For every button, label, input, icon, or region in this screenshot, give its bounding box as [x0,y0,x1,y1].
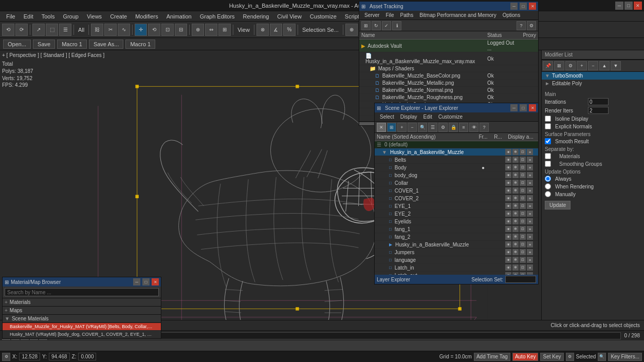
eyelids-vis-btn[interactable]: 👁 [505,218,511,224]
macro1-button[interactable]: Macro 1 [57,40,87,49]
belts-freeze-btn[interactable]: ❄ [512,157,519,163]
husky-freeze-btn[interactable]: ❄ [512,149,519,155]
latch-in-freeze-btn[interactable]: ❄ [512,264,519,271]
cover1-vis-btn[interactable]: 👁 [505,187,511,194]
language-more-btn[interactable]: ≡ [527,257,533,263]
scene-row-latch-in[interactable]: □ Latch_in 👁❄⊡≡ [375,264,538,272]
scene-menu-customize[interactable]: Customize [435,113,466,120]
macro1b-button[interactable]: Macro 1 [125,40,155,49]
latch-out-freeze-btn[interactable]: ❄ [512,272,519,275]
scene-expand-btn[interactable]: + [397,123,407,132]
asset-vault-btn[interactable]: ⊞ [361,21,371,30]
select-region-button[interactable]: ⬚ [46,24,58,36]
scene-row-belts[interactable]: □ Belts 👁 ❄ ⊡ ≡ [375,156,538,164]
eye1-freeze-btn[interactable]: ❄ [512,203,519,209]
material-section-maps[interactable]: + Maps [3,307,161,315]
scene-row-fang1[interactable]: □ fang_1 👁❄⊡≡ [375,225,538,233]
scene-options-btn[interactable]: ⚙ [438,123,448,132]
modifier-up-btn[interactable]: ▲ [599,61,610,70]
minimize-button[interactable]: ─ [615,2,623,10]
asset-close-btn[interactable]: ✕ [529,3,536,10]
menu-rendering[interactable]: Rendering [239,12,273,21]
always-radio[interactable] [545,176,551,182]
scene-row-fang2[interactable]: □ fang_2 👁❄⊡≡ [375,233,538,241]
latch-in-render-btn[interactable]: ⊡ [520,264,526,271]
latch-out-vis-btn[interactable]: 👁 [505,272,511,275]
collar-render-btn[interactable]: ⊡ [520,180,526,186]
cover1-render-btn[interactable]: ⊡ [520,187,526,194]
auto-key-btn[interactable]: Auto Key [512,353,539,361]
modifier-pin-btn[interactable]: 📌 [543,61,553,70]
modifier-down-btn[interactable]: ▼ [611,61,621,70]
explicit-checkbox[interactable] [545,123,551,129]
scene-minimize-btn[interactable]: ─ [510,104,518,111]
menu-customize[interactable]: Customize [306,12,341,21]
material-close-btn[interactable]: ✕ [152,278,159,285]
set-key-btn[interactable]: Set Key [540,353,563,361]
maximize-button[interactable]: □ [624,2,633,10]
scene-row-husky-sub[interactable]: ▶ Husky_in_a_Baskerville_Muzzle 👁❄⊡≡ [375,241,538,249]
smooth-checkbox[interactable] [545,138,551,144]
scene-row-cover2[interactable]: □ COVER_2 👁❄⊡≡ [375,195,538,202]
body-dog-freeze-btn[interactable]: ❄ [512,172,519,178]
asset-row-basecolor[interactable]: 🗋 Bakerville_Muzzle_BaseColor.png Ok [359,72,538,80]
scene-row-husky-main[interactable]: ▼ Husky_in_a_Baskerville_Muzzle 👁 ❄ ⊡ ≡ [375,148,538,156]
latch-out-render-btn[interactable]: ⊡ [520,272,526,275]
scene-settings-btn[interactable]: ≡ [459,123,468,132]
asset-settings-btn[interactable]: ⚙ [527,21,536,30]
modifier-config-btn[interactable]: ⚙ [565,61,576,70]
squash-button[interactable]: ⊟ [175,24,187,36]
menu-views[interactable]: Views [83,12,106,21]
modifier-channel-btn[interactable]: ⊠ [554,61,564,70]
eye2-render-btn[interactable]: ⊡ [520,211,526,217]
fang2-more-btn[interactable]: ≡ [527,234,533,240]
open-button[interactable]: Open... [3,40,31,49]
jumpers-more-btn[interactable]: ≡ [527,249,533,255]
mirror-button[interactable]: ⇔ [205,24,217,36]
snap-angle[interactable]: ∡ [270,24,282,36]
cover1-freeze-btn[interactable]: ❄ [512,187,519,194]
modifier-editable-poly[interactable]: ► Editable Poly [542,80,644,87]
scene-menu-display[interactable]: Display [397,113,420,120]
save-as-button[interactable]: Save As... [89,40,124,49]
fang1-more-btn[interactable]: ≡ [527,226,533,232]
cover2-render-btn[interactable]: ⊡ [520,195,526,201]
fang2-render-btn[interactable]: ⊡ [520,234,526,240]
eye1-more-btn[interactable]: ≡ [527,203,533,209]
asset-row-vault[interactable]: ▶ Autodesk Vault Logged Out ... [359,40,538,52]
menu-create[interactable]: Create [106,12,131,21]
save-button[interactable]: Save [33,40,55,49]
eye2-freeze-btn[interactable]: ❄ [512,211,519,217]
body-dog-vis-btn[interactable]: 👁 [505,172,511,178]
scene-row-body-dog[interactable]: □ body_dog 👁❄⊡≡ [375,172,538,179]
asset-row-metallic[interactable]: 🗋 Bakerville_Muzzle_Metallic.png Ok [359,80,538,87]
body-more-btn[interactable]: ≡ [527,164,533,170]
asset-row-maps-folder[interactable]: 📁 Maps / Shaders [359,65,538,72]
husky-vis-btn[interactable]: 👁 [505,149,511,155]
asset-minimize-btn[interactable]: ─ [510,3,518,10]
latch-out-more-btn[interactable]: ≡ [527,272,533,275]
asset-row-main-file[interactable]: 📄 Husky_in_a_Baskerville_Muzzle_max_vray… [359,52,538,65]
scene-collapse-btn[interactable]: − [408,123,417,132]
asset-menu-bitmap[interactable]: Bitmap Performance and Memory [416,12,500,18]
snap-toggle[interactable]: ⊗ [256,24,269,36]
asset-maximize-btn[interactable]: □ [520,3,527,10]
asset-row-roughness[interactable]: 🗋 Bakerville_Muzzle_Roughness.png Ok [359,94,538,101]
cover2-freeze-btn[interactable]: ❄ [512,195,519,201]
select-move-button[interactable]: ✛ [135,24,147,36]
fang1-freeze-btn[interactable]: ❄ [512,226,519,232]
body-dog-render-btn[interactable]: ⊡ [520,172,526,178]
asset-menu-file[interactable]: File [382,12,397,18]
scene-row-eye2[interactable]: □ EYE_2 👁❄⊡≡ [375,210,538,218]
material-item-husky[interactable]: Husky_MAT (VRayMtl) [body_dog, COVER_1, … [3,331,161,338]
bind-button[interactable]: ∿ [118,24,130,36]
scene-row-collar[interactable]: □ Collar 👁❄⊡≡ [375,179,538,187]
menu-graph-editors[interactable]: Graph Editors [196,12,239,21]
key-filters-btn[interactable]: Key Filters... [608,353,642,361]
fang1-vis-btn[interactable]: 👁 [505,226,511,232]
eye2-more-btn[interactable]: ≡ [527,211,533,217]
menu-group[interactable]: Group [59,12,83,21]
material-search-input[interactable] [5,288,159,296]
belts-vis-btn[interactable]: 👁 [505,157,511,163]
scene-row-language[interactable]: □ language 👁❄⊡≡ [375,256,538,264]
